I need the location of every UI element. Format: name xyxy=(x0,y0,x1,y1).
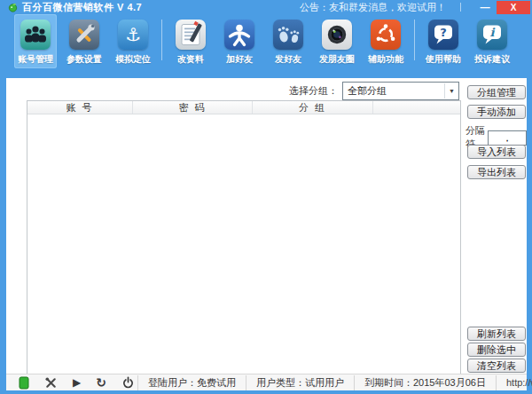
toolbar-item-feedback[interactable]: i 投诉建议 xyxy=(471,14,513,68)
window-title: 百分百微信营销软件 V 4.7 xyxy=(22,1,142,14)
toolbar-item-add-friends[interactable]: 加好友 xyxy=(218,14,261,68)
website-url-text[interactable]: http://www.100ruanjian.com/ xyxy=(497,377,532,388)
separator-input[interactable] xyxy=(488,130,527,146)
column-header-account[interactable]: 账 号 xyxy=(27,101,133,114)
status-online-icon[interactable] xyxy=(19,375,29,390)
clear-list-button[interactable]: 清空列表 xyxy=(467,359,526,373)
import-list-button[interactable]: 导入列表 xyxy=(467,145,526,159)
delete-selected-button[interactable]: 删除选中 xyxy=(467,343,526,357)
person-icon xyxy=(224,20,254,50)
status-icon-group: ▶ ↻ xyxy=(6,375,137,390)
manual-add-button[interactable]: 手动添加 xyxy=(467,105,526,119)
column-header-empty xyxy=(373,101,460,114)
toolbar-separator xyxy=(414,20,415,60)
status-bar: ▶ ↻ 登陆用户：免费试用 用户类型：试用用户 到期时间：2015年03月06日… xyxy=(6,374,527,390)
announcement-text: 公告：友和群发消息，欢迎试用！ xyxy=(300,1,446,14)
toolbar-label: 使用帮助 xyxy=(426,53,461,68)
people-icon xyxy=(20,20,51,50)
toolbar-label: 辅助功能 xyxy=(368,53,403,68)
toolbar-item-edit-profile[interactable]: 改资料 xyxy=(169,14,212,68)
toolbar-label: 加好友 xyxy=(226,53,253,68)
minimize-button[interactable]: — xyxy=(473,1,497,13)
toolbar-item-settings[interactable]: 参数设置 xyxy=(63,14,106,68)
user-type-text: 用户类型：试用用户 xyxy=(246,376,354,390)
tools-icon[interactable] xyxy=(44,375,58,390)
close-button[interactable]: X xyxy=(497,1,530,14)
export-list-button[interactable]: 导出列表 xyxy=(467,165,526,179)
toolbar-item-account-manage[interactable]: 账号管理 xyxy=(14,14,57,68)
login-user-text: 登陆用户：免费试用 xyxy=(138,376,246,390)
main-content: 选择分组： 全部分组 ▼ 账 号 密 码 分 组 分组管理 手动添加 分隔符 导… xyxy=(6,78,527,390)
column-header-group[interactable]: 分 组 xyxy=(253,101,373,114)
power-icon[interactable] xyxy=(121,375,135,390)
toolbar-label: 发好友 xyxy=(275,53,301,68)
app-logo-icon xyxy=(8,3,18,12)
anchor-icon: ⚓ xyxy=(118,20,148,50)
group-filter-label: 选择分组： xyxy=(289,84,338,98)
paw-prints-icon xyxy=(273,20,303,50)
group-select-value: 全部分组 xyxy=(343,84,444,98)
column-header-password[interactable]: 密 码 xyxy=(133,101,253,114)
ubuntu-circle-icon xyxy=(371,20,401,50)
start-icon[interactable]: ▶ xyxy=(73,375,81,390)
question-bubble-icon: ? xyxy=(428,20,458,50)
toolbar-item-post-moments[interactable]: 发朋友圈 xyxy=(316,14,358,68)
toolbar-label: 模拟定位 xyxy=(115,53,151,68)
toolbar-item-assist-tools[interactable]: 辅助功能 xyxy=(364,14,407,68)
refresh-icon[interactable]: ↻ xyxy=(96,375,106,390)
toolbar-label: 改资料 xyxy=(177,53,204,68)
svg-text:?: ? xyxy=(440,26,447,39)
chevron-down-icon: ▼ xyxy=(444,83,458,98)
notepad-pencil-icon xyxy=(176,20,206,50)
camera-lens-icon xyxy=(322,20,352,50)
toolbar-item-location[interactable]: ⚓ 模拟定位 xyxy=(112,14,154,68)
toolbar-item-send-friends[interactable]: 发好友 xyxy=(267,14,309,68)
toolbar-label: 账号管理 xyxy=(18,53,53,68)
account-table[interactable]: 账 号 密 码 分 组 xyxy=(27,100,461,375)
toolbar-label: 发朋友圈 xyxy=(319,53,355,68)
toolbar-item-help[interactable]: ? 使用帮助 xyxy=(422,14,465,68)
refresh-list-button[interactable]: 刷新列表 xyxy=(467,327,526,341)
table-header: 账 号 密 码 分 组 xyxy=(27,101,460,114)
main-toolbar: 账号管理 参数设置 ⚓ 模拟定位 xyxy=(0,14,532,78)
toolbar-label: 投诉建议 xyxy=(474,53,510,68)
group-filter-row: 选择分组： 全部分组 ▼ xyxy=(6,82,459,100)
group-select-dropdown[interactable]: 全部分组 ▼ xyxy=(342,82,459,100)
toolbar-separator xyxy=(161,20,162,60)
table-body-empty[interactable] xyxy=(27,114,460,374)
title-bar: 百分百微信营销软件 V 4.7 公告：友和群发消息，欢迎试用！ — X xyxy=(0,0,532,14)
toolbar-label: 参数设置 xyxy=(66,53,102,68)
expire-date-text: 到期时间：2015年03月06日 xyxy=(355,376,496,390)
group-manage-button[interactable]: 分组管理 xyxy=(467,85,526,99)
app-window: 百分百微信营销软件 V 4.7 公告：友和群发消息，欢迎试用！ — X 账号管理 xyxy=(0,0,532,394)
wrench-icon xyxy=(69,20,99,50)
titlebar-divider xyxy=(460,3,461,12)
info-bubble-icon: i xyxy=(477,20,507,50)
